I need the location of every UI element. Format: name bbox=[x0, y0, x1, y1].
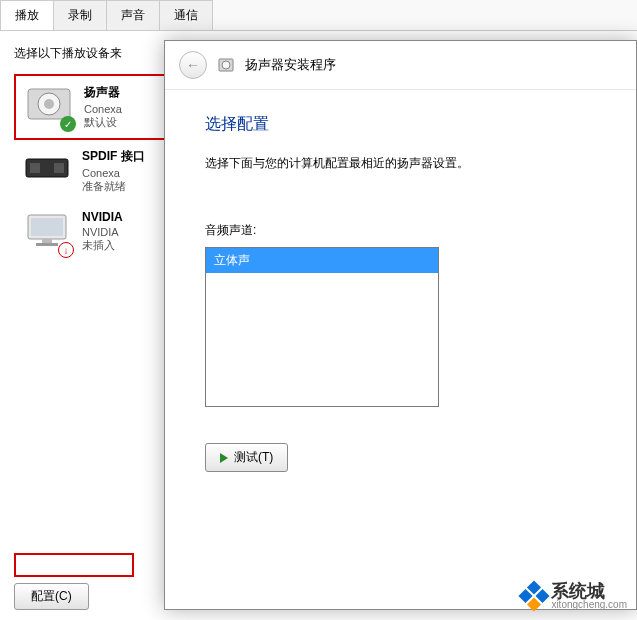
tab-recording[interactable]: 录制 bbox=[53, 0, 107, 30]
watermark: 系统城 xitongcheng.com bbox=[523, 582, 627, 610]
audio-channel-label: 音频声道: bbox=[205, 222, 596, 239]
back-arrow-icon: ← bbox=[186, 57, 200, 73]
tab-communications[interactable]: 通信 bbox=[159, 0, 213, 30]
svg-rect-8 bbox=[42, 239, 52, 243]
watermark-url: xitongcheng.com bbox=[551, 600, 627, 610]
svg-point-2 bbox=[44, 99, 54, 109]
svg-rect-5 bbox=[54, 163, 64, 173]
wizard-title: 扬声器安装程序 bbox=[245, 56, 336, 74]
spdif-icon bbox=[22, 148, 72, 188]
watermark-brand: 系统城 bbox=[551, 582, 627, 600]
configure-highlight bbox=[14, 553, 134, 577]
tab-playback[interactable]: 播放 bbox=[0, 0, 54, 30]
configure-button[interactable]: 配置(C) bbox=[14, 583, 89, 610]
watermark-logo-icon bbox=[519, 580, 550, 611]
speaker-small-icon bbox=[217, 56, 235, 74]
wizard-description: 选择下面与您的计算机配置最相近的扬声器设置。 bbox=[205, 155, 596, 172]
listbox-item-stereo[interactable]: 立体声 bbox=[206, 248, 438, 273]
svg-point-11 bbox=[222, 61, 230, 69]
default-check-icon: ✓ bbox=[60, 116, 76, 132]
tab-sounds[interactable]: 声音 bbox=[106, 0, 160, 30]
back-button[interactable]: ← bbox=[179, 51, 207, 79]
test-button-label: 测试(T) bbox=[234, 449, 273, 466]
svg-rect-7 bbox=[31, 218, 63, 236]
monitor-icon: ↓ bbox=[22, 210, 72, 250]
wizard-heading: 选择配置 bbox=[205, 114, 596, 135]
speaker-icon: ✓ bbox=[24, 84, 74, 124]
test-button[interactable]: 测试(T) bbox=[205, 443, 288, 472]
play-icon bbox=[220, 453, 228, 463]
speaker-setup-wizard: ← 扬声器安装程序 选择配置 选择下面与您的计算机配置最相近的扬声器设置。 音频… bbox=[164, 40, 637, 610]
svg-rect-9 bbox=[36, 243, 58, 246]
audio-channel-listbox[interactable]: 立体声 bbox=[205, 247, 439, 407]
unplugged-icon: ↓ bbox=[58, 242, 74, 258]
svg-rect-4 bbox=[30, 163, 40, 173]
sound-tabs: 播放 录制 声音 通信 bbox=[0, 0, 637, 31]
